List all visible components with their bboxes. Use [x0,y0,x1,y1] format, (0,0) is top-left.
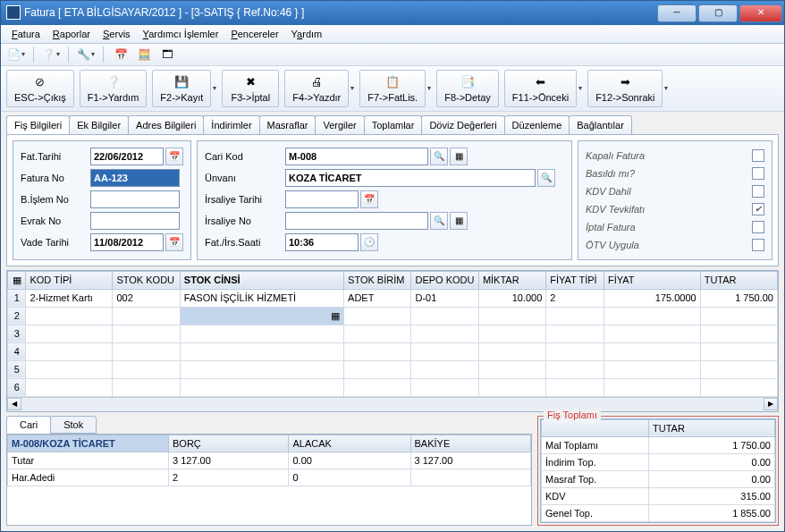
lookup-icon[interactable]: 🔍 [430,212,448,230]
basildi-checkbox[interactable] [752,167,764,180]
tool-table-icon[interactable]: 🗔 [157,46,177,63]
unvan-input[interactable] [285,169,536,187]
grid-corner[interactable]: ▦ [8,271,26,289]
tool-config-icon[interactable]: 🔧▾ [76,46,96,63]
grid-scrollbar[interactable]: ◀ ▶ [7,397,778,411]
tool-help-icon[interactable]: ❔▾ [41,46,61,63]
f8-detail-button[interactable]: 📑F8->Detay [436,70,499,107]
kapali-checkbox[interactable] [752,149,764,162]
prev-icon: ⬅ [532,74,548,90]
calendar-icon[interactable]: 📅 [360,190,378,208]
f4-print-button[interactable]: 🖨F4->Yazdır [284,70,349,107]
titlebar[interactable]: Fatura [ ETA BİLGİSAYAR/2012 ] - [3-SATI… [1,1,784,25]
cancel-icon: ✖ [242,74,258,90]
grid-row[interactable]: 2▦ [8,307,778,325]
saat-input[interactable] [285,233,359,251]
kdvdahil-label: KDV Dahil [586,186,631,197]
calendar-icon[interactable]: 📅 [165,148,183,165]
grid-row[interactable]: 5 [8,360,778,378]
f12-dropdown-icon[interactable]: ▾ [664,84,668,92]
f1-help-button[interactable]: ❔F1->Yardım [80,70,148,107]
f11-dropdown-icon[interactable]: ▾ [578,84,582,92]
fatura-no-input[interactable] [90,169,180,187]
picker-icon[interactable]: ▦ [450,148,468,165]
tab-ek-bilgiler[interactable]: Ek Bilgiler [69,115,129,134]
minimize-button[interactable]: ─ [657,4,696,22]
picker-icon[interactable]: ▦ [450,212,468,230]
col-stok-kodu[interactable]: STOK KODU [113,271,180,289]
vade-input[interactable] [90,233,164,251]
f7-list-button[interactable]: 📋F7->FatLis. [359,70,426,107]
tool-new-icon[interactable]: 📄▾ [6,46,26,63]
col-stok-birim[interactable]: STOK BİRİM [344,271,411,289]
maximize-button[interactable]: ▢ [698,4,738,22]
f7-dropdown-icon[interactable]: ▾ [427,84,431,92]
grid-row[interactable]: 3 [8,325,778,342]
col-fiyat-tipi[interactable]: FİYAT TİPİ [546,271,604,289]
col-stok-cinsi[interactable]: STOK CİNSİ [180,271,343,289]
grid-row[interactable]: 1 2-Hizmet Kartı 002 FASON İŞÇİLİK HİZME… [8,289,778,307]
f2-save-button[interactable]: 💾F2->Kayıt [152,70,211,107]
window-title: Fatura [ ETA BİLGİSAYAR/2012 ] - [3-SATI… [24,6,304,19]
tab-adres[interactable]: Adres Bilgileri [128,115,204,134]
tab-fis-bilgileri[interactable]: Fiş Bilgileri [6,115,70,134]
checks-panel: Kapalı Fatura Basıldı mı? KDV Dahil KDV … [578,140,772,260]
f2-dropdown-icon[interactable]: ▾ [213,84,216,92]
evrak-input[interactable] [90,212,180,230]
app-window: Fatura [ ETA BİLGİSAYAR/2012 ] - [3-SATI… [0,0,785,532]
esc-exit-button[interactable]: ⊘ESC->Çıkış [6,70,74,107]
irs-tarih-input[interactable] [285,190,359,208]
fat-tarihi-input[interactable] [90,148,164,165]
tab-masraflar[interactable]: Masraflar [259,115,317,134]
tab-doviz[interactable]: Döviz Değerleri [421,115,504,134]
scroll-right-icon[interactable]: ▶ [764,398,778,410]
menu-pencereler[interactable]: Pencereler [225,26,283,42]
f4-dropdown-icon[interactable]: ▾ [350,84,354,92]
irs-no-input[interactable] [285,212,428,230]
f11-prev-button[interactable]: ⬅F11->Önceki [504,70,577,107]
menubar: Fatura Raporlar Servis Yardımcı İşlemler… [1,25,784,44]
tab-toplamlar[interactable]: Toplamlar [364,115,423,134]
cari-kod-label: Cari Kod [205,151,285,162]
cari-kod-input[interactable] [285,148,428,165]
menu-servis[interactable]: Servis [97,26,136,42]
menu-fatura[interactable]: Fatura [6,26,46,42]
tool-calendar-icon[interactable]: 📅 [111,46,131,63]
scroll-left-icon[interactable]: ◀ [7,398,21,410]
line-grid[interactable]: ▦ KOD TİPİ STOK KODU STOK CİNSİ STOK BİR… [6,270,779,412]
mid-panel: Cari Kod🔍▦ Ünvanı🔍 İrsaliye Tarihi📅 İrsa… [197,140,572,260]
tool-calc-icon[interactable]: 🧮 [134,46,154,63]
col-depo[interactable]: DEPO KODU [411,271,478,289]
grid-row[interactable]: 6 [8,378,778,396]
tab-strip: Fiş Bilgileri Ek Bilgiler Adres Bilgiler… [1,112,784,134]
col-fiyat[interactable]: FİYAT [604,271,700,289]
otv-checkbox[interactable] [752,239,764,251]
tab-duzenleme[interactable]: Düzenleme [504,115,570,134]
calendar-icon[interactable]: 📅 [165,233,183,251]
minitab-cari[interactable]: Cari [6,416,51,434]
minitab-stok[interactable]: Stok [50,416,97,434]
lookup-icon[interactable]: 🔍 [537,169,555,187]
list-icon: 📋 [384,74,401,90]
bislem-input[interactable] [90,190,180,208]
tab-baglantilar[interactable]: Bağlantılar [569,115,632,134]
grid-row[interactable]: 4 [8,342,778,360]
menu-raporlar[interactable]: Raporlar [47,26,96,42]
col-tutar[interactable]: TUTAR [700,271,777,289]
iptal-label: İptal Fatura [586,222,636,232]
lookup-icon[interactable]: 🔍 [430,148,448,165]
iptal-checkbox[interactable] [752,221,764,233]
tab-indirimler[interactable]: İndirimler [203,115,259,134]
f3-cancel-button[interactable]: ✖F3->İptal [222,70,279,107]
col-miktar[interactable]: MİKTAR [478,271,545,289]
tevkifat-checkbox[interactable]: ✔ [752,203,764,215]
menu-yardimci[interactable]: Yardımcı İşlemler [138,26,224,42]
tab-vergiler[interactable]: Vergiler [315,115,364,134]
kdvdahil-checkbox[interactable] [752,185,764,198]
detail-icon: 📑 [460,74,476,90]
col-kod-tipi[interactable]: KOD TİPİ [26,271,113,289]
menu-yardim[interactable]: Yardım [286,26,328,42]
f12-next-button[interactable]: ➡F12->Sonraki [587,70,663,107]
clock-icon[interactable]: 🕒 [360,233,378,251]
close-button[interactable]: ✕ [739,4,782,22]
